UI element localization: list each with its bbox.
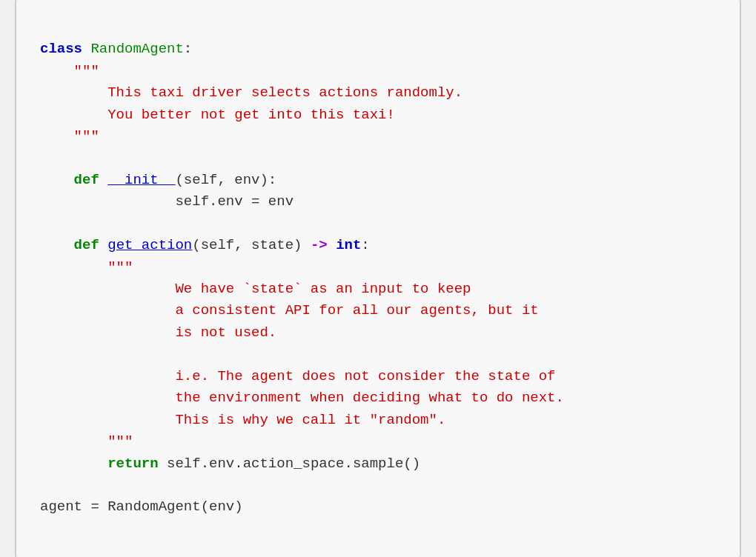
doc2-line-4: i.e. The agent does not consider the sta… <box>107 368 555 384</box>
class-name: RandomAgent <box>90 41 183 57</box>
docstring-close-1: """ <box>74 128 99 144</box>
docstring-line-1: This taxi driver selects actions randoml… <box>74 84 463 101</box>
get-action-method: get_action <box>107 237 192 253</box>
docstring-open-2: """ <box>107 259 133 276</box>
docstring-close-2: """ <box>107 433 133 450</box>
code-block: class RandomAgent: """ This taxi driver … <box>40 17 716 541</box>
init-method: __init__ <box>107 172 175 188</box>
doc2-line-1: We have `state` as an input to keep <box>107 281 471 297</box>
class-keyword: class <box>40 41 82 57</box>
agent-line: agent = RandomAgent(env) <box>40 498 243 515</box>
init-params: (self, env): <box>175 172 276 188</box>
arrow: -> <box>311 237 328 253</box>
get-action-colon: : <box>361 237 369 253</box>
code-container: class RandomAgent: """ This taxi driver … <box>15 0 741 557</box>
self-env-assign: self.env = env <box>107 193 294 210</box>
docstring-line-2: You better not get into this taxi! <box>74 107 395 123</box>
doc2-line-6: This is why we call it "random". <box>107 412 445 428</box>
def-keyword-2: def <box>74 237 99 253</box>
doc2-line-3: is not used. <box>107 324 276 341</box>
get-action-params: (self, state) <box>192 237 302 253</box>
def-keyword-1: def <box>74 172 99 188</box>
int-type: int <box>336 237 361 253</box>
return-keyword: return <box>107 456 158 472</box>
doc2-line-5: the environment when deciding what to do… <box>107 390 564 406</box>
class-colon: : <box>184 41 192 57</box>
doc2-line-2: a consistent API for all our agents, but… <box>107 302 539 318</box>
docstring-open-1: """ <box>74 63 99 79</box>
return-value: self.env.action_space.sample() <box>167 456 420 472</box>
